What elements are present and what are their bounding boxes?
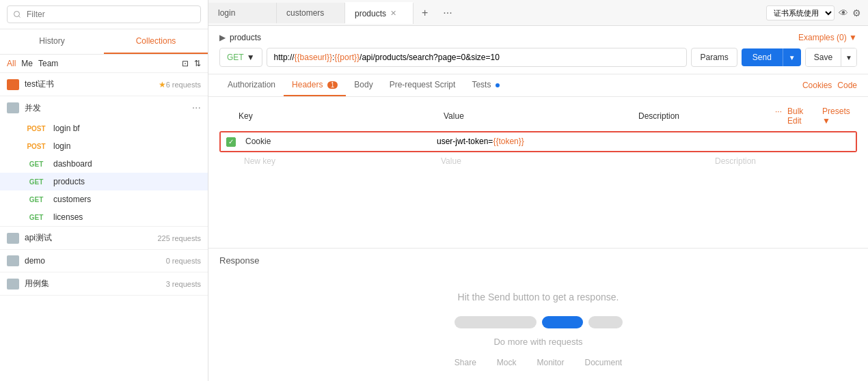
document-link[interactable]: Document (585, 358, 623, 367)
col-description-header: Description (638, 111, 775, 121)
request-section: ▶ products Examples (0) ▼ GET ▼ http://{… (208, 26, 868, 74)
folder-icon (7, 255, 19, 266)
request-name: login bf (53, 124, 80, 133)
url-prefix: http:// (274, 53, 295, 62)
collection-examples: 用例集 3 requests (0, 272, 208, 296)
collection-api-sub: 225 requests (157, 234, 201, 242)
scope-bar: All Me Team ⊡ ⇅ (0, 55, 208, 73)
tab-products-label: products (355, 9, 386, 18)
share-link[interactable]: Share (455, 358, 476, 367)
response-label: Response (219, 255, 857, 266)
header-checkbox[interactable]: ✓ (226, 137, 240, 147)
new-description-input[interactable]: Description (715, 156, 852, 166)
send-dropdown[interactable]: ▼ (783, 48, 801, 66)
sub-tab-body[interactable]: Body (346, 74, 381, 96)
request-login-bf[interactable]: POST login bf (0, 119, 208, 137)
collection-cert-sub: 6 requests (166, 81, 201, 89)
send-group: Send ▼ (742, 48, 801, 66)
header-key[interactable]: Cookie (245, 137, 437, 146)
settings-icon[interactable]: ⚙ (852, 8, 861, 18)
filter-input[interactable] (7, 5, 201, 23)
tab-more-button[interactable]: ··· (436, 1, 459, 25)
breadcrumb: ▶ products Examples (0) ▼ (219, 33, 857, 42)
collection-cert: test证书 ★ 6 requests (0, 73, 208, 96)
sub-tab-tests[interactable]: Tests (463, 74, 507, 96)
save-group: Save ▼ (805, 48, 857, 67)
header-value[interactable]: user-jwt-token={{token}} (437, 137, 714, 146)
env-selector: 证书系统使用 👁 ⚙ (759, 3, 868, 23)
request-name: dashboard (53, 159, 92, 169)
examples-link[interactable]: Examples (0) ▼ (798, 33, 857, 42)
cookies-link[interactable]: Cookies (802, 81, 832, 90)
mock-link[interactable]: Mock (497, 358, 517, 367)
send-button[interactable]: Send (742, 48, 783, 66)
breadcrumb-text: products (230, 33, 261, 42)
more-icon[interactable]: ··· (192, 102, 201, 114)
tab-close-icon[interactable]: ✕ (390, 9, 396, 18)
collection-dev-header[interactable]: 并发 ··· (0, 96, 208, 119)
tab-login[interactable]: login (208, 3, 277, 23)
tab-products[interactable]: products ✕ (345, 2, 413, 24)
env-select[interactable]: 证书系统使用 (766, 5, 835, 20)
request-login[interactable]: POST login (0, 137, 208, 155)
headers-badge: 1 (327, 81, 338, 89)
sub-tab-prerequest[interactable]: Pre-request Script (381, 74, 464, 96)
sidebar-tab-collections[interactable]: Collections (104, 29, 208, 54)
url-display[interactable]: http://{{baseurl}}:{{port}}/api/products… (267, 48, 688, 67)
scope-all[interactable]: All (7, 59, 16, 68)
examples-label: Examples (0) (798, 33, 847, 42)
response-graphic (455, 316, 623, 328)
collection-api: api测试 225 requests (0, 227, 208, 250)
eye-icon[interactable]: 👁 (839, 8, 848, 18)
request-name: licenses (53, 212, 83, 222)
graphic-bar-2 (542, 316, 583, 328)
tab-add-button[interactable]: + (413, 1, 436, 25)
col-key-header: Key (239, 111, 444, 121)
col-value-header: Value (444, 111, 638, 121)
collection-dev: 并发 ··· POST login bf POST login GET dash… (0, 96, 208, 227)
new-value-input[interactable]: Value (441, 156, 715, 166)
breadcrumb-arrow: ▶ (219, 33, 226, 42)
method-select[interactable]: GET ▼ (219, 48, 262, 67)
request-name: login (53, 141, 70, 151)
code-link[interactable]: Code (837, 81, 857, 90)
response-section: Response Hit the Send button to get a re… (208, 248, 868, 381)
response-empty-text: Hit the Send button to get a response. (458, 292, 619, 302)
collection-examples-header[interactable]: 用例集 3 requests (0, 272, 208, 295)
collection-demo-header[interactable]: demo 0 requests (0, 250, 208, 272)
response-footer: Share Mock Monitor Document (455, 358, 622, 367)
tab-customers[interactable]: customers (277, 3, 345, 23)
request-licenses[interactable]: GET licenses (0, 208, 208, 226)
sub-tab-authorization[interactable]: Authorization (219, 74, 284, 96)
method-badge: GET (25, 213, 48, 222)
main-content: login customers products ✕ + ··· 证书系统使用 … (208, 0, 868, 381)
collection-cert-header[interactable]: test证书 ★ 6 requests (0, 73, 208, 96)
collection-examples-sub: 3 requests (166, 280, 201, 288)
sidebar-tab-history[interactable]: History (0, 29, 104, 54)
params-button[interactable]: Params (691, 48, 737, 67)
sub-tab-headers[interactable]: Headers 1 (284, 74, 346, 96)
scope-me[interactable]: Me (21, 59, 33, 68)
request-dashboard[interactable]: GET dashboard (0, 155, 208, 173)
new-key-input[interactable]: New key (244, 156, 435, 166)
new-collection-icon[interactable]: ⊡ (182, 59, 189, 68)
tests-dot (496, 83, 500, 87)
save-button[interactable]: Save (806, 48, 841, 66)
monitor-link[interactable]: Monitor (537, 358, 564, 367)
collection-demo-sub: 0 requests (166, 257, 201, 265)
request-products[interactable]: GET products (0, 173, 208, 190)
response-empty: Hit the Send button to get a response. D… (219, 271, 857, 374)
scope-team[interactable]: Team (38, 59, 58, 68)
more-actions-icon[interactable]: ··· (775, 107, 782, 126)
presets-button[interactable]: Presets ▼ (822, 107, 857, 126)
folder-icon (7, 279, 19, 290)
star-icon: ★ (159, 80, 166, 89)
sort-icon[interactable]: ⇅ (194, 59, 201, 68)
graphic-bar-3 (588, 316, 623, 328)
collection-api-header[interactable]: api测试 225 requests (0, 227, 208, 249)
collection-cert-name: test证书 (25, 79, 156, 90)
save-dropdown[interactable]: ▼ (841, 48, 856, 66)
request-customers[interactable]: GET customers (0, 190, 208, 208)
bulk-edit-button[interactable]: Bulk Edit (787, 107, 817, 126)
sidebar: History Collections All Me Team ⊡ ⇅ test… (0, 0, 208, 381)
